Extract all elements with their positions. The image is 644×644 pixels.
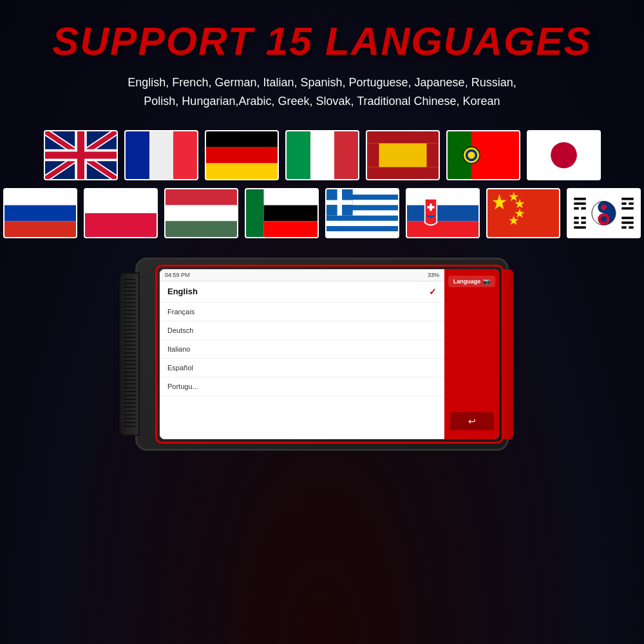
status-time: 04:59 PM xyxy=(165,272,190,278)
svg-rect-5 xyxy=(206,131,278,147)
page-title: SUPPORT 15 LANGUAGES xyxy=(52,19,592,63)
main-content: SUPPORT 15 LANGUAGES English, French, Ge… xyxy=(0,0,644,464)
flag-china xyxy=(486,188,560,238)
svg-rect-27 xyxy=(166,205,237,221)
flag-japan xyxy=(527,130,601,180)
svg-rect-42 xyxy=(407,189,478,205)
svg-rect-54 xyxy=(574,198,586,200)
svg-rect-7 xyxy=(287,131,310,179)
svg-rect-23 xyxy=(5,221,76,237)
language-panel-label: Language 📷 xyxy=(448,276,495,287)
svg-rect-30 xyxy=(264,189,317,205)
device-body: THINKSCAN 04:59 PM 33% English ✓ xyxy=(135,258,509,451)
svg-rect-65 xyxy=(581,222,585,224)
svg-rect-47 xyxy=(488,189,559,237)
svg-rect-62 xyxy=(574,216,578,219)
svg-rect-61 xyxy=(621,207,634,210)
right-panel: Language 📷 ↩ xyxy=(444,269,499,439)
svg-rect-38 xyxy=(327,231,398,237)
device-container: THINKSCAN 04:59 PM 33% English ✓ xyxy=(26,258,618,451)
svg-rect-26 xyxy=(166,189,237,205)
flags-section xyxy=(26,130,618,238)
svg-rect-46 xyxy=(430,204,432,211)
svg-rect-22 xyxy=(5,205,76,221)
svg-rect-68 xyxy=(621,222,634,224)
languages-subtitle: English, French, German, Italian, Spanis… xyxy=(128,73,516,111)
svg-rect-57 xyxy=(581,207,585,210)
svg-rect-69 xyxy=(621,226,626,229)
flag-poland xyxy=(84,188,158,238)
svg-rect-67 xyxy=(621,216,634,219)
svg-rect-66 xyxy=(574,226,586,229)
language-item-german[interactable]: Deutsch xyxy=(160,321,444,340)
flag-spain xyxy=(366,130,440,180)
svg-rect-44 xyxy=(407,221,478,237)
flag-uk xyxy=(44,130,118,180)
svg-rect-32 xyxy=(264,221,317,237)
flag-russia xyxy=(3,188,77,238)
svg-rect-2 xyxy=(149,131,173,179)
svg-rect-29 xyxy=(246,189,264,237)
svg-point-72 xyxy=(601,204,607,210)
back-button[interactable]: ↩ xyxy=(450,412,494,430)
svg-point-73 xyxy=(601,216,607,222)
svg-rect-43 xyxy=(407,205,478,221)
device-grip-left xyxy=(119,272,140,436)
svg-rect-24 xyxy=(85,189,156,213)
language-item-english[interactable]: English ✓ xyxy=(160,281,444,303)
flag-hungary xyxy=(164,188,238,238)
svg-rect-63 xyxy=(581,216,585,219)
svg-rect-25 xyxy=(85,213,156,237)
svg-rect-28 xyxy=(166,221,237,237)
language-item-french[interactable]: Français xyxy=(160,303,444,321)
svg-rect-31 xyxy=(264,205,317,221)
svg-rect-58 xyxy=(621,198,634,200)
checkmark-icon: ✓ xyxy=(429,287,437,297)
svg-rect-41 xyxy=(327,200,353,204)
svg-point-20 xyxy=(551,142,577,168)
flag-greece xyxy=(325,188,399,238)
svg-rect-70 xyxy=(629,226,633,229)
svg-rect-9 xyxy=(334,131,358,179)
svg-rect-13 xyxy=(426,143,439,167)
svg-rect-37 xyxy=(327,221,398,226)
svg-rect-21 xyxy=(5,189,76,205)
svg-rect-56 xyxy=(574,207,578,210)
flag-row-1 xyxy=(44,130,601,180)
flag-portugal xyxy=(446,130,520,180)
svg-rect-8 xyxy=(310,131,334,179)
flag-uae xyxy=(245,188,319,238)
flag-slovakia xyxy=(406,188,480,238)
svg-rect-64 xyxy=(574,222,578,224)
language-item-portuguese[interactable]: Portugu... xyxy=(160,377,444,396)
device: THINKSCAN 04:59 PM 33% English ✓ xyxy=(135,258,509,451)
camera-icon: 📷 xyxy=(483,278,490,285)
svg-rect-59 xyxy=(621,202,626,205)
language-item-italian[interactable]: Italiano xyxy=(160,340,444,359)
language-item-spanish[interactable]: Español xyxy=(160,359,444,377)
language-list-panel: 04:59 PM 33% English ✓ Français Deutsch xyxy=(160,269,444,439)
device-side-panel-right xyxy=(502,269,513,439)
flag-korea xyxy=(567,188,641,238)
svg-point-18 xyxy=(468,151,475,158)
status-bar: 04:59 PM 33% xyxy=(160,269,444,281)
flag-germany xyxy=(205,130,279,180)
svg-rect-12 xyxy=(367,143,379,167)
svg-rect-55 xyxy=(574,202,586,205)
device-screen: 04:59 PM 33% English ✓ Français Deutsch xyxy=(160,269,499,439)
flag-france xyxy=(124,130,198,180)
svg-rect-3 xyxy=(173,131,197,179)
flag-row-2 xyxy=(3,188,641,238)
flag-italy xyxy=(285,130,359,180)
status-battery: 33% xyxy=(428,272,439,278)
svg-rect-60 xyxy=(629,202,633,205)
svg-rect-6 xyxy=(206,147,278,163)
svg-rect-1 xyxy=(126,131,149,179)
